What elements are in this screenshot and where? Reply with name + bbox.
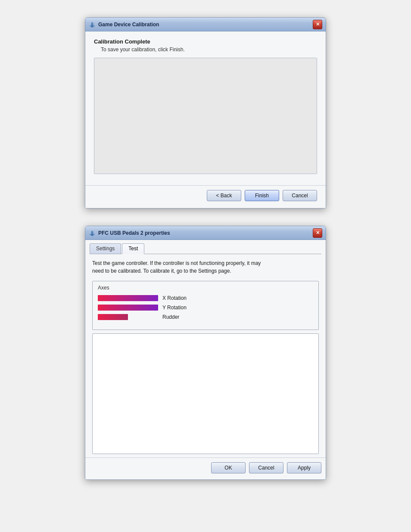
svg-point-7 [91, 231, 93, 233]
properties-apply-button[interactable]: Apply [287, 462, 321, 473]
axis-bar-xrotation-fill [98, 295, 158, 301]
calibration-content-area [94, 58, 317, 174]
axis-bar-yrotation-fill [98, 305, 158, 311]
properties-test-content: Test the game controller. If the control… [90, 254, 321, 457]
properties-cancel-button[interactable]: Cancel [249, 462, 283, 473]
svg-point-2 [91, 22, 93, 24]
calibration-complete-title: Calibration Complete [94, 38, 317, 45]
calibration-footer: < Back Finish Cancel [85, 185, 326, 208]
properties-dialog: PFC USB Pedals 2 properties ✕ Settings T… [85, 226, 326, 480]
calibration-close-button[interactable]: ✕ [313, 20, 322, 29]
axes-group-label: Axes [98, 285, 313, 291]
axis-bar-yrotation [98, 305, 158, 311]
axis-bar-rudder [98, 314, 158, 320]
axes-group: Axes X Rotation Y Rotation [92, 281, 319, 330]
calibration-complete-subtitle: To save your calibration, click Finish. [101, 47, 317, 53]
properties-large-content-area [92, 333, 319, 454]
calibration-finish-button[interactable]: Finish [245, 190, 279, 201]
properties-titlebar: PFC USB Pedals 2 properties ✕ [85, 226, 326, 240]
calibration-cancel-button[interactable]: Cancel [283, 190, 317, 201]
properties-close-button[interactable]: ✕ [313, 228, 322, 238]
joystick-icon-2 [89, 230, 96, 236]
axis-bar-xrotation [98, 295, 158, 301]
calibration-dialog: Game Device Calibration ✕ Calibration Co… [85, 17, 326, 208]
properties-description: Test the game controller. If the control… [92, 259, 319, 275]
properties-dialog-body: Settings Test Test the game controller. … [85, 240, 326, 457]
axis-row-yrotation: Y Rotation [98, 305, 313, 311]
axis-label-xrotation: X Rotation [162, 295, 187, 301]
properties-footer: OK Cancel Apply [85, 457, 326, 479]
axis-row-rudder: Rudder [98, 314, 313, 320]
tab-settings[interactable]: Settings [90, 243, 121, 254]
axis-bar-rudder-fill [98, 314, 128, 320]
axis-label-yrotation: Y Rotation [162, 305, 187, 311]
joystick-icon [89, 21, 96, 28]
properties-ok-button[interactable]: OK [211, 462, 246, 473]
axis-row-xrotation: X Rotation [98, 295, 313, 301]
tab-test[interactable]: Test [122, 243, 144, 254]
calibration-header: Calibration Complete To save your calibr… [94, 38, 317, 53]
calibration-dialog-body: Calibration Complete To save your calibr… [85, 31, 326, 185]
axis-label-rudder: Rudder [162, 314, 179, 320]
properties-dialog-title: PFC USB Pedals 2 properties [98, 230, 310, 236]
calibration-back-button[interactable]: < Back [207, 190, 241, 201]
tab-bar: Settings Test [90, 243, 321, 254]
calibration-dialog-title: Game Device Calibration [98, 22, 310, 28]
calibration-titlebar: Game Device Calibration ✕ [85, 18, 326, 31]
